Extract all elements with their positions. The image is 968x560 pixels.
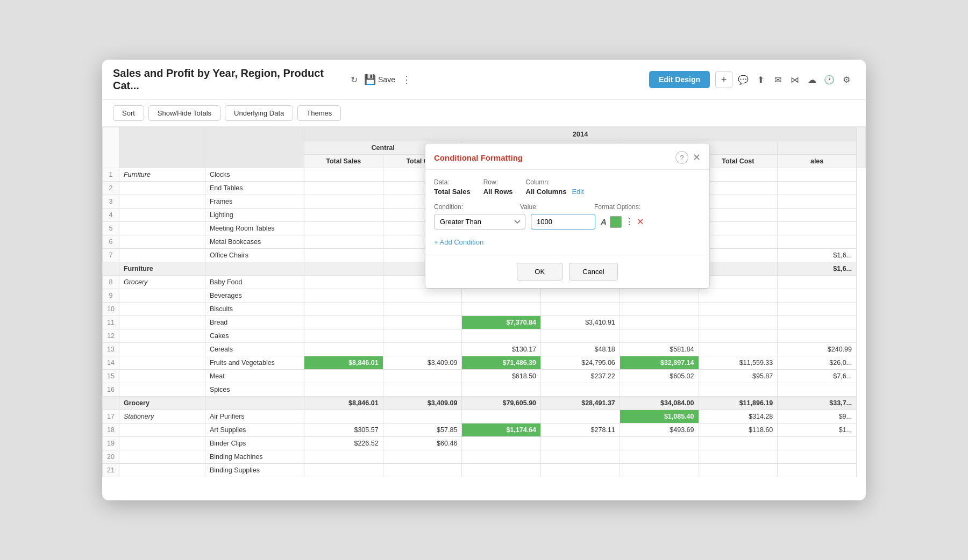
table-row: 15 Meat $618.50 $237.22 $605.02 $95.87 $… — [103, 370, 866, 383]
table-row: 14 Fruits and Vegetables $8,846.01 $3,40… — [103, 356, 866, 370]
table-row: 13 Cereals $130.17 $48.18 $581.84 $240.9… — [103, 343, 866, 356]
save-icon: 💾 — [364, 74, 376, 85]
network-icon[interactable]: ⋈ — [786, 71, 803, 88]
category-header — [119, 127, 205, 168]
format-more-icon[interactable]: ⋮ — [625, 217, 634, 227]
format-options-label: Format Options: — [594, 203, 640, 211]
table-row: 19 Binder Clips $226.52 $60.46 — [103, 437, 866, 450]
show-hide-totals-button[interactable]: Show/Hide Totals — [148, 105, 220, 121]
data-field: Data: Total Sales — [434, 178, 471, 196]
dialog-header: Conditional Formatting ? ✕ — [425, 143, 709, 170]
save-label: Save — [378, 75, 395, 84]
column-value: All Columns — [526, 188, 567, 196]
close-dialog-button[interactable]: ✕ — [693, 153, 701, 162]
page-title: Sales and Profit by Year, Region, Produc… — [113, 67, 351, 92]
add-button[interactable]: + — [715, 71, 732, 88]
edit-link[interactable]: Edit — [572, 188, 583, 196]
row-value: All Rows — [483, 188, 513, 196]
row-field: Row: All Rows — [483, 178, 513, 196]
column-label: Column: — [526, 178, 584, 186]
data-value: Total Sales — [434, 188, 471, 196]
value-input[interactable] — [531, 214, 595, 229]
add-condition-link[interactable]: + Add Condition — [434, 238, 483, 246]
share-icon[interactable]: ⬆ — [752, 71, 769, 88]
year-2014-header: 2014 — [304, 127, 856, 141]
clock-icon[interactable]: 🕐 — [821, 71, 838, 88]
value-label: Value: — [520, 203, 585, 211]
main-window: Sales and Profit by Year, Region, Produc… — [102, 60, 866, 500]
data-label: Data: — [434, 178, 471, 186]
scrollbar-col — [857, 127, 866, 168]
conditional-formatting-dialog: Conditional Formatting ? ✕ Data: Total S… — [425, 143, 710, 289]
table-row: 16 Spices — [103, 383, 866, 397]
edit-design-button[interactable]: Edit Design — [649, 71, 710, 88]
email-icon[interactable]: ✉ — [769, 71, 786, 88]
column-field: Column: All Columns Edit — [526, 178, 584, 196]
color-swatch[interactable] — [610, 216, 622, 228]
refresh-icon[interactable]: ↻ — [351, 75, 358, 85]
condition-select[interactable]: Greater Than Less Than Equal To Greater … — [434, 214, 525, 229]
help-button[interactable]: ? — [675, 151, 688, 164]
overflow-header — [778, 141, 857, 155]
table-row: 12 Cakes — [103, 329, 866, 343]
delete-format-button[interactable]: ✕ — [637, 217, 644, 227]
header: Sales and Profit by Year, Region, Produc… — [102, 60, 866, 100]
save-button[interactable]: 💾 Save — [360, 71, 400, 88]
dialog-footer: OK Cancel — [425, 255, 709, 288]
format-options: A ⋮ ✕ — [601, 216, 644, 228]
table-row: 20 Binding Machines — [103, 450, 866, 464]
dialog-header-icons: ? ✕ — [675, 151, 701, 164]
table-row: 17 Stationery Air Purifiers $1,085.40 $3… — [103, 410, 866, 423]
dialog-title: Conditional Formatting — [434, 153, 523, 162]
font-style-icon[interactable]: A — [601, 217, 607, 226]
condition-label: Condition: — [434, 203, 509, 211]
west-total-cost-header: Total Cost — [699, 155, 778, 168]
cancel-button[interactable]: Cancel — [569, 263, 617, 281]
more-options-icon[interactable]: ⋮ — [402, 74, 411, 85]
themes-button[interactable]: Themes — [297, 105, 341, 121]
plus-icon: + — [721, 74, 727, 85]
toolbar: Sort Show/Hide Totals Underlying Data Th… — [102, 100, 866, 127]
comment-icon[interactable]: 💬 — [735, 71, 752, 88]
overflow-sales-header: ales — [778, 155, 857, 168]
underlying-data-button[interactable]: Underlying Data — [225, 105, 293, 121]
sort-button[interactable]: Sort — [113, 105, 144, 121]
ok-button[interactable]: OK — [517, 263, 563, 281]
condition-row: Greater Than Less Than Equal To Greater … — [434, 214, 701, 229]
product-header — [205, 127, 304, 168]
row-label: Row: — [483, 178, 513, 186]
settings-icon[interactable]: ⚙ — [838, 71, 855, 88]
dialog-body: Data: Total Sales Row: All Rows Column: … — [425, 170, 709, 255]
subtotal-row: Grocery $8,846.01 $3,409.09 $79,605.90 $… — [103, 397, 866, 410]
table-row: 9 Beverages — [103, 289, 866, 303]
table-row: 11 Bread $7,370.84 $3,410.91 — [103, 316, 866, 329]
data-row-column-info: Data: Total Sales Row: All Rows Column: … — [434, 178, 701, 196]
row-num-header — [103, 127, 119, 168]
cloud-icon[interactable]: ☁ — [803, 71, 821, 88]
central-total-sales-header: Total Sales — [304, 155, 383, 168]
table-row: 21 Binding Supplies — [103, 464, 866, 477]
table-row: 18 Art Supplies $305.57 $57.85 $1,174.64… — [103, 423, 866, 437]
table-row: 10 Biscuits — [103, 303, 866, 316]
